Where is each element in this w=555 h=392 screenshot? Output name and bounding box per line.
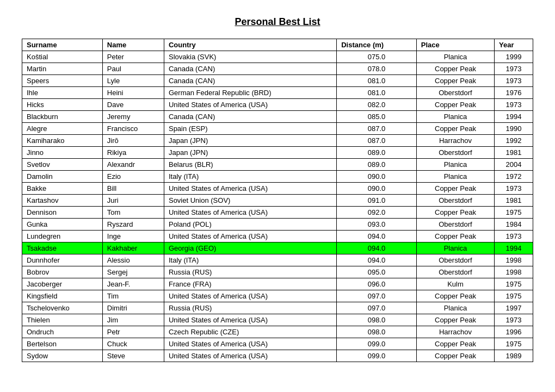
personal-best-table: Surname Name Country Distance (m) Place … — [22, 39, 533, 362]
table-row: SpeersLyleCanada (CAN)081.0Copper Peak19… — [22, 75, 533, 87]
table-row: KartashovJuriSoviet Union (SOV)091.0Ober… — [22, 195, 533, 207]
table-row: DennisonTomUnited States of America (USA… — [22, 207, 533, 219]
table-row: KamiharakoJirōJapan (JPN)087.0Harrachov1… — [22, 135, 533, 147]
table-row: BakkeBillUnited States of America (USA)0… — [22, 183, 533, 195]
table-row: KingsfieldTimUnited States of America (U… — [22, 290, 533, 302]
table-row: LundegrenIngeUnited States of America (U… — [22, 231, 533, 242]
table-row: ThielenJimUnited States of America (USA)… — [22, 314, 533, 326]
col-name: Name — [102, 39, 164, 51]
table-row: IhleHeiniGerman Federal Republic (BRD)08… — [22, 87, 533, 99]
table-row: KoštialPeterSlovakia (SVK)075.0Planica19… — [22, 51, 533, 63]
table-row: DamolinEzioItaly (ITA)090.0Planica1972 — [22, 171, 533, 183]
table-row: BlackburnJeremyCanada (CAN)085.0Planica1… — [22, 111, 533, 123]
table-row: SvetlovAlexandrBelarus (BLR)089.0Planica… — [22, 159, 533, 171]
col-place: Place — [416, 39, 494, 51]
col-surname: Surname — [22, 39, 103, 51]
col-distance: Distance (m) — [337, 39, 417, 51]
table-row: SydowSteveUnited States of America (USA)… — [22, 350, 533, 362]
page-title: Personal Best List — [22, 16, 533, 28]
table-row: JacobergerJean-F.France (FRA)096.0Kulm19… — [22, 278, 533, 290]
col-year: Year — [495, 39, 533, 51]
table-row: BobrovSergejRussia (RUS)095.0Oberstdorf1… — [22, 266, 533, 278]
table-header-row: Surname Name Country Distance (m) Place … — [22, 39, 533, 51]
col-country: Country — [164, 39, 336, 51]
table-row: DunnhoferAlessioItaly (ITA)094.0Oberstdo… — [22, 254, 533, 266]
table-row: HicksDaveUnited States of America (USA)0… — [22, 99, 533, 111]
table-row: TsakadseKakhaberGeorgia (GEO)094.0Planic… — [22, 242, 533, 254]
table-row: GunkaRyszardPoland (POL)093.0Oberstdorf1… — [22, 219, 533, 231]
table-row: BertelsonChuckUnited States of America (… — [22, 338, 533, 350]
table-row: TschelovenkoDimitriRussia (RUS)097.0Plan… — [22, 302, 533, 314]
table-row: AlegreFranciscoSpain (ESP)087.0Copper Pe… — [22, 123, 533, 135]
table-row: JinnoRikiyaJapan (JPN)089.0Oberstdorf198… — [22, 147, 533, 159]
table-row: MartinPaulCanada (CAN)078.0Copper Peak19… — [22, 63, 533, 75]
table-row: OndruchPetrCzech Republic (CZE)098.0Harr… — [22, 326, 533, 338]
